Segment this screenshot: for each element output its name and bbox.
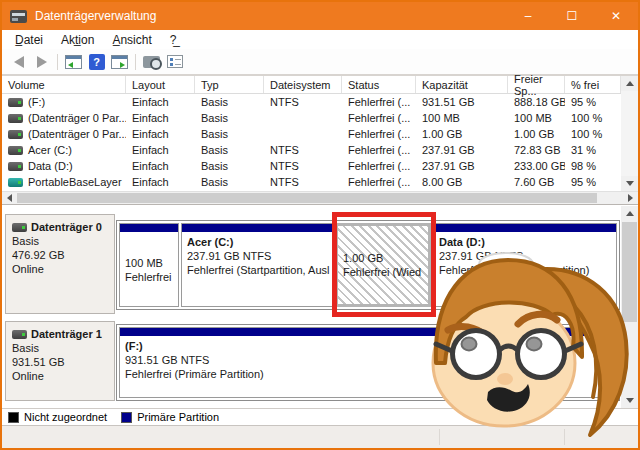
cell: Fehlerfrei (... — [342, 94, 416, 110]
cell: 1.00 GB — [508, 126, 565, 142]
col-status[interactable]: Status — [342, 76, 416, 93]
cell — [264, 110, 342, 126]
cell: Basis — [195, 158, 264, 174]
cell: Einfach — [126, 110, 195, 126]
red-highlight-box — [332, 212, 436, 317]
cell: 31 % — [565, 142, 621, 158]
disk1-type: Basis — [12, 341, 108, 355]
disk1-info-panel[interactable]: Datenträger 1 Basis 931.51 GB Online — [5, 321, 115, 401]
cell: 237.91 GB — [416, 142, 508, 158]
volume-icon — [8, 130, 23, 139]
disk-icon — [12, 223, 27, 232]
disk0-info-panel[interactable]: Datenträger 0 Basis 476.92 GB Online — [5, 214, 115, 314]
cell: 888.18 GB — [508, 94, 565, 110]
table-row[interactable]: (F:) Einfach Basis NTFS Fehlerfrei (... … — [2, 94, 638, 110]
cell: 233.00 GB — [508, 158, 565, 174]
col-kapazitaet[interactable]: Kapazität — [416, 76, 508, 93]
cell: NTFS — [264, 94, 342, 110]
help-icon: ? — [89, 54, 105, 70]
cell: Fehlerfrei (... — [342, 158, 416, 174]
toolbar-separator — [135, 54, 136, 70]
volume-icon — [8, 162, 23, 171]
cell: 100 % — [565, 110, 621, 126]
volume-list-scrollbar[interactable] — [621, 76, 638, 191]
action-pane-icon — [111, 55, 128, 69]
disk0-type: Basis — [12, 234, 108, 248]
export-list-button[interactable] — [140, 51, 163, 72]
col-typ[interactable]: Typ — [195, 76, 264, 93]
menu-ansicht[interactable]: A̲nsicht — [103, 33, 160, 47]
legend-primary-partition: Primäre Partition — [121, 411, 219, 423]
legend-unallocated: Nicht zugeordnet — [8, 411, 107, 423]
cell: Basis — [195, 174, 264, 190]
scrollbar-thumb[interactable] — [17, 193, 597, 203]
table-row[interactable]: Acer (C:) Einfach Basis NTFS Fehlerfrei … — [2, 142, 638, 158]
cell: 95 % — [565, 174, 621, 190]
close-button[interactable]: ✕ — [594, 2, 638, 30]
scroll-up-icon[interactable] — [621, 206, 638, 221]
back-button[interactable] — [7, 51, 30, 72]
toolbar-separator — [57, 54, 58, 70]
disk1-name: Datenträger 1 — [31, 327, 102, 341]
properties-button[interactable] — [163, 51, 186, 72]
partition-title: Data (D:) — [439, 235, 611, 249]
cell: 237.91 GB — [416, 158, 508, 174]
help-button[interactable]: ? — [85, 51, 108, 72]
confused-woman-with-glasses-emoji — [424, 251, 640, 450]
menu-datei[interactable]: D̲atei — [6, 33, 52, 47]
table-row[interactable]: PortableBaseLayer Einfach Basis NTFS Feh… — [2, 174, 638, 190]
window-title: Datenträgerverwaltung — [35, 9, 156, 23]
col-dateisystem[interactable]: Dateisystem — [264, 76, 342, 93]
minimize-button[interactable]: – — [506, 2, 550, 30]
menu-aktion[interactable]: Akt̲ion — [52, 33, 103, 47]
col-layout[interactable]: Layout — [126, 76, 195, 93]
volume-name: Data (D:) — [28, 160, 73, 172]
unallocated-swatch — [8, 412, 19, 423]
disk0-status: Online — [12, 262, 108, 276]
volume-icon — [8, 178, 23, 187]
app-icon — [10, 10, 27, 23]
cell: 7.60 GB — [508, 174, 565, 190]
horizontal-scrollbar[interactable] — [2, 191, 638, 204]
col-prozent-frei[interactable]: % frei — [565, 76, 621, 93]
cell: NTFS — [264, 142, 342, 158]
col-freier-speicher[interactable]: Freier Sp... — [508, 76, 565, 93]
cell: Einfach — [126, 142, 195, 158]
disk0-partition-system[interactable]: 100 MB Fehlerfrei — [119, 223, 179, 307]
table-row[interactable]: Data (D:) Einfach Basis NTFS Fehlerfrei … — [2, 158, 638, 174]
partition-status: Fehlerfrei — [125, 270, 173, 284]
show-console-tree-button[interactable] — [62, 51, 85, 72]
forward-button[interactable] — [30, 51, 53, 72]
cell: NTFS — [264, 174, 342, 190]
table-row[interactable]: (Datenträger 0 Par... Einfach Basis Fehl… — [2, 126, 638, 142]
volume-name: (Datenträger 0 Par... — [28, 128, 126, 140]
scroll-down-icon[interactable] — [621, 176, 638, 191]
table-row[interactable]: (Datenträger 0 Par... Einfach Basis Fehl… — [2, 110, 638, 126]
menu-hilfe[interactable]: ?̲ — [161, 33, 186, 47]
partition-color-bar — [120, 224, 178, 233]
cell: 72.83 GB — [508, 142, 565, 158]
properties-icon — [167, 55, 183, 68]
cell: 100 MB — [416, 110, 508, 126]
cell: Fehlerfrei (... — [342, 110, 416, 126]
maximize-button[interactable]: ☐ — [550, 2, 594, 30]
cell: Einfach — [126, 94, 195, 110]
disk0-partition-c[interactable]: Acer (C:) 237.91 GB NTFS Fehlerfrei (Sta… — [181, 223, 333, 307]
cell: Einfach — [126, 174, 195, 190]
scroll-up-icon[interactable] — [621, 76, 638, 91]
cell: Einfach — [126, 158, 195, 174]
menu-bar: D̲atei Akt̲ion A̲nsicht ?̲ — [2, 30, 638, 49]
disk1-status: Online — [12, 369, 108, 383]
disk0-size: 476.92 GB — [12, 248, 108, 262]
partition-color-bar — [182, 224, 332, 233]
legend-label: Nicht zugeordnet — [24, 411, 107, 423]
cell: Fehlerfrei (... — [342, 142, 416, 158]
show-action-pane-button[interactable] — [108, 51, 131, 72]
volume-icon — [8, 146, 23, 155]
col-volume[interactable]: Volume — [2, 76, 126, 93]
cell: Basis — [195, 142, 264, 158]
scroll-right-icon[interactable] — [623, 192, 638, 204]
cell: Basis — [195, 126, 264, 142]
cell: Fehlerfrei (... — [342, 174, 416, 190]
scroll-left-icon[interactable] — [2, 192, 17, 204]
